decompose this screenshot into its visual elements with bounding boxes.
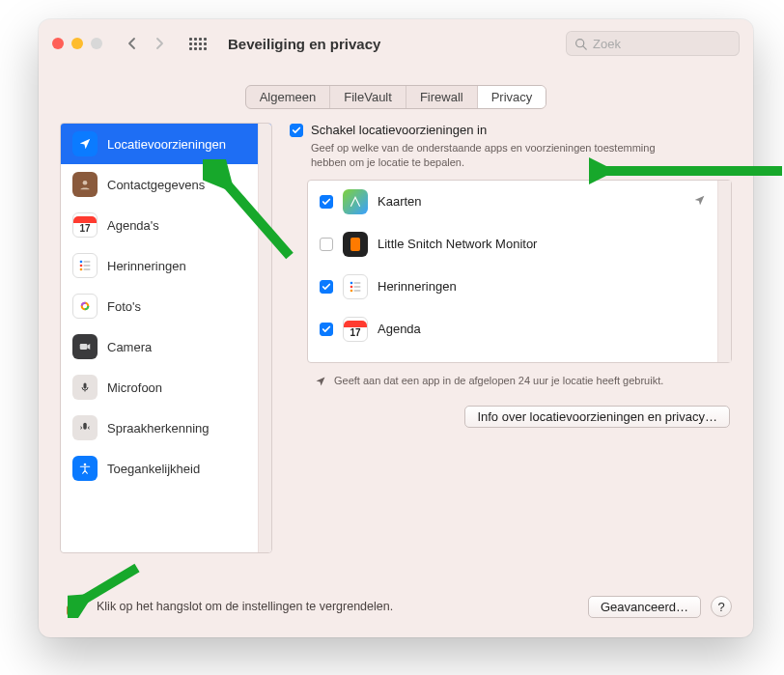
close-window-button[interactable]	[52, 38, 64, 49]
app-row-calendar[interactable]: 17 Agenda	[308, 308, 731, 351]
sidebar-item-label: Agenda's	[107, 218, 159, 233]
lock-button[interactable]	[60, 593, 87, 620]
app-label: Little Snitch Network Monitor	[378, 237, 537, 251]
photos-icon	[72, 294, 98, 319]
help-button[interactable]: ?	[711, 596, 732, 617]
accessibility-icon	[72, 456, 98, 481]
prefs-window: Beveiliging en privacy Algemeen FileVaul…	[39, 19, 753, 637]
maps-app-icon	[343, 189, 368, 214]
lock-text: Klik op het hangslot om de instellingen …	[97, 600, 393, 613]
app-permission-list[interactable]: Kaarten Little Snitch Network Monitor	[307, 180, 732, 363]
camera-icon	[72, 334, 98, 359]
contacts-icon	[72, 172, 98, 197]
titlebar: Beveiliging en privacy	[39, 19, 753, 68]
sidebar-item-calendars[interactable]: 17 Agenda's	[61, 205, 271, 245]
app-checkbox[interactable]	[320, 323, 333, 336]
window-title: Beveiliging en privacy	[228, 36, 380, 52]
sidebar-scrollbar[interactable]	[258, 124, 271, 552]
reminders-app-icon	[343, 274, 368, 299]
svg-line-1	[583, 45, 586, 48]
tab-firewall[interactable]: Firewall	[406, 86, 478, 108]
tab-algemeen[interactable]: Algemeen	[246, 86, 331, 108]
detail-panel: Schakel locatievoorzieningen in Geef op …	[290, 123, 732, 553]
reminders-icon	[72, 253, 98, 278]
search-input[interactable]	[593, 37, 731, 51]
svg-point-15	[84, 464, 87, 466]
svg-point-2	[83, 181, 88, 185]
sidebar-item-speech[interactable]: Spraakherkenning	[61, 408, 271, 448]
app-label: Herinneringen	[378, 279, 457, 294]
sidebar-item-accessibility[interactable]: Toegankelijkheid	[61, 448, 271, 489]
sidebar-item-microphone[interactable]: Microfoon	[61, 367, 271, 408]
zoom-window-button[interactable]	[91, 38, 102, 49]
littlesnitch-app-icon	[343, 232, 368, 257]
sidebar-item-label: Toegankelijkheid	[107, 462, 200, 476]
svg-point-7	[80, 268, 83, 271]
app-label: Kaarten	[378, 194, 422, 209]
app-row-maps[interactable]: Kaarten	[308, 181, 731, 223]
app-checkbox[interactable]	[320, 195, 333, 209]
privacy-category-list[interactable]: Locatievoorzieningen Contactgegevens 17 …	[60, 123, 272, 553]
mic-icon	[72, 375, 98, 400]
minimize-window-button[interactable]	[71, 38, 83, 49]
recent-usage-note: Geeft aan dat een app in de afgelopen 24…	[315, 375, 682, 388]
sidebar-item-label: Spraakherkenning	[107, 421, 210, 436]
svg-rect-4	[84, 261, 91, 262]
speech-icon	[72, 415, 98, 440]
sidebar-item-label: Camera	[107, 340, 152, 354]
show-all-icon[interactable]	[187, 33, 209, 54]
sidebar-item-contacts[interactable]: Contactgegevens	[61, 164, 271, 205]
app-row-reminders[interactable]: Herinneringen	[308, 266, 731, 308]
enable-location-checkbox[interactable]	[290, 124, 303, 137]
location-arrow-icon	[315, 376, 326, 389]
search-field[interactable]	[566, 31, 740, 56]
sidebar-item-label: Contactgegevens	[107, 178, 205, 192]
app-checkbox[interactable]	[320, 280, 333, 294]
tab-privacy[interactable]: Privacy	[478, 86, 546, 108]
calendar-app-icon: 17	[343, 317, 368, 342]
tabs: Algemeen FileVault Firewall Privacy	[39, 85, 753, 109]
svg-point-5	[80, 265, 83, 267]
svg-rect-14	[83, 423, 87, 430]
sidebar-item-label: Herinneringen	[107, 259, 186, 273]
footer: Klik op het hangslot om de instellingen …	[60, 593, 732, 620]
sidebar-item-label: Foto's	[107, 299, 141, 314]
location-icon	[72, 131, 98, 156]
sidebar-item-camera[interactable]: Camera	[61, 326, 271, 367]
enable-location-row[interactable]: Schakel locatievoorzieningen in	[290, 123, 732, 137]
svg-rect-6	[84, 265, 91, 266]
calendar-icon: 17	[72, 212, 98, 238]
location-privacy-info-button[interactable]: Info over locatievoorzieningen en privac…	[464, 406, 730, 428]
sidebar-item-label: Locatievoorzieningen	[107, 137, 226, 152]
svg-rect-13	[84, 383, 87, 389]
sidebar-item-reminders[interactable]: Herinneringen	[61, 245, 271, 286]
svg-rect-8	[84, 268, 91, 269]
app-row-littlesnitch[interactable]: Little Snitch Network Monitor	[308, 223, 731, 266]
svg-point-3	[80, 261, 83, 264]
svg-rect-19	[354, 286, 361, 287]
svg-point-18	[350, 285, 353, 288]
enable-hint: Geef op welke van de onderstaande apps e…	[311, 141, 678, 170]
enable-location-label: Schakel locatievoorzieningen in	[311, 123, 487, 137]
svg-rect-17	[354, 282, 361, 283]
app-label: Agenda	[378, 322, 421, 336]
svg-point-20	[350, 289, 353, 292]
svg-point-16	[350, 281, 353, 284]
svg-rect-12	[80, 344, 88, 350]
sidebar-item-photos[interactable]: Foto's	[61, 286, 271, 326]
advanced-button[interactable]: Geavanceerd…	[588, 596, 701, 618]
applist-scrollbar[interactable]	[717, 181, 731, 362]
sidebar-item-location[interactable]: Locatievoorzieningen	[61, 124, 271, 164]
window-controls	[52, 38, 102, 49]
svg-rect-21	[354, 290, 361, 291]
tab-filevault[interactable]: FileVault	[330, 86, 406, 108]
search-icon	[574, 38, 587, 50]
recent-location-icon	[693, 194, 717, 210]
app-checkbox[interactable]	[320, 238, 333, 251]
svg-rect-22	[68, 605, 80, 615]
sidebar-item-label: Microfoon	[107, 380, 162, 395]
forward-button[interactable]	[149, 33, 170, 54]
back-button[interactable]	[122, 33, 143, 54]
